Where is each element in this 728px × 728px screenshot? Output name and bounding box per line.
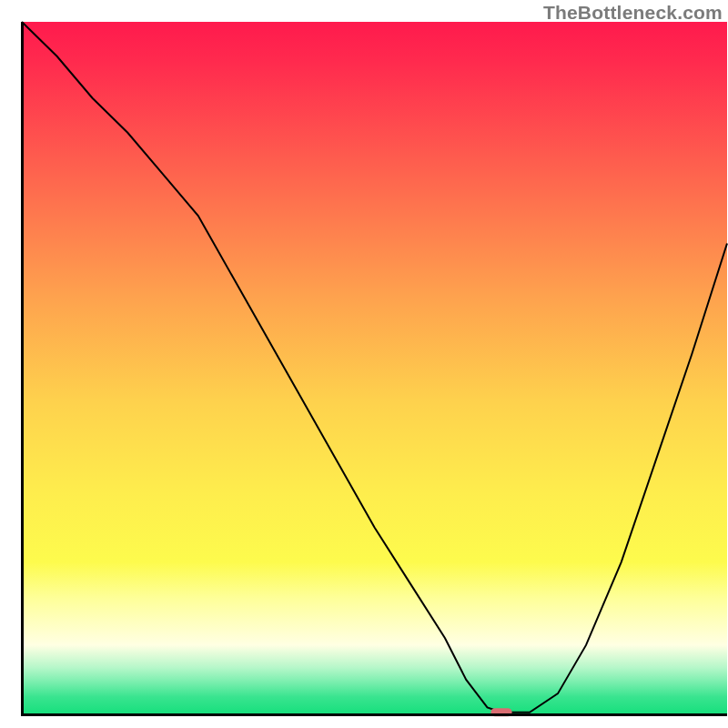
chart-stage: TheBottleneck.com: [0, 0, 728, 728]
watermark-label: TheBottleneck.com: [543, 2, 723, 24]
bottleneck-chart: [0, 0, 728, 728]
chart-background: [22, 22, 727, 714]
